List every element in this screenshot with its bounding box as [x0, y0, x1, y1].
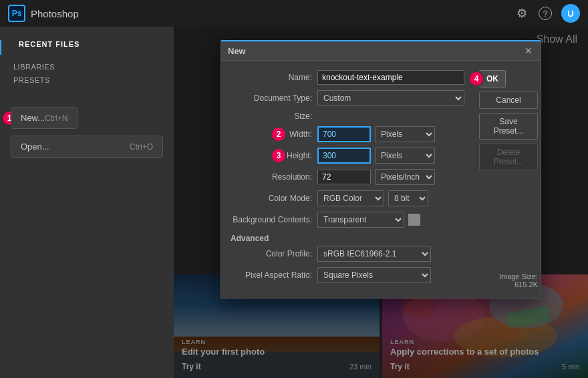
save-preset-button[interactable]: Save Preset...	[479, 113, 538, 140]
new-shortcut: Ctrl+N	[45, 114, 67, 123]
pixel-aspect-label: Pixel Aspect Ratio:	[231, 270, 317, 280]
settings-icon[interactable]: ⚙	[514, 6, 529, 21]
recent-files-heading: RECENT FILES	[0, 40, 174, 55]
color-profile-label: Color Profile:	[231, 249, 317, 258]
help-icon[interactable]: ?	[539, 7, 552, 20]
cancel-button[interactable]: Cancel	[479, 91, 538, 109]
document-type-select[interactable]: Custom	[317, 90, 464, 106]
resolution-unit-select[interactable]: Pixels/Inch	[375, 169, 435, 185]
height-unit-select[interactable]: Pixels	[375, 148, 435, 164]
close-button[interactable]: ✕	[523, 45, 534, 56]
size-label: Size:	[231, 112, 317, 121]
avatar[interactable]: U	[561, 4, 580, 23]
document-type-row: Document Type: Custom	[231, 90, 464, 106]
bit-depth-select[interactable]: 8 bit	[388, 190, 428, 206]
color-profile-row: Color Profile: sRGB IEC61966-2.1	[231, 246, 464, 262]
width-unit-select[interactable]: Pixels	[375, 126, 435, 142]
image-size-label: Image Size:	[479, 272, 538, 280]
dialog-actions: 4 OK Cancel Save Preset... Delete Preset…	[474, 70, 547, 289]
color-mode-label: Color Mode:	[231, 194, 317, 203]
document-type-label: Document Type:	[231, 93, 317, 103]
dialog-title: New	[228, 46, 246, 56]
image-size-value: 615.2K	[479, 280, 538, 289]
new-label: New...	[21, 113, 45, 123]
badge-2: 2	[271, 126, 287, 142]
topbar-icons: ⚙ ? U	[514, 4, 580, 23]
color-profile-select[interactable]: sRGB IEC61966-2.1	[317, 246, 431, 262]
ps-logo: Ps	[8, 5, 25, 22]
height-row: 3 Height: Pixels	[231, 148, 464, 164]
image-size-info: Image Size: 615.2K	[479, 266, 538, 289]
badge-3: 3	[271, 148, 287, 164]
sidebar-item-presets[interactable]: PRESETS	[0, 73, 174, 87]
content-area: Show All	[174, 27, 588, 378]
topbar: Ps Photoshop ⚙ ? U	[0, 0, 588, 27]
bg-color-swatch[interactable]	[408, 214, 420, 226]
resolution-label: Resolution:	[231, 172, 317, 182]
bg-contents-label: Background Contents:	[231, 215, 317, 224]
dialog-overlay: New ✕ Name: Document Type:	[174, 27, 588, 378]
width-row: 2 Width: Pixels	[231, 126, 464, 142]
dialog-body: Name: Document Type: Custom Siz	[221, 61, 541, 298]
badge-4: 4	[468, 71, 484, 87]
height-input[interactable]	[317, 148, 371, 164]
advanced-label: Advanced	[231, 234, 269, 243]
delete-preset-button: Delete Preset...	[479, 144, 538, 170]
pixel-aspect-row: Pixel Aspect Ratio: Square Pixels	[231, 267, 464, 283]
color-mode-row: Color Mode: RGB Color 8 bit	[231, 190, 464, 206]
bg-contents-select[interactable]: Transparent	[317, 212, 404, 228]
dialog-titlebar: New ✕	[221, 41, 541, 61]
new-button[interactable]: New... Ctrl+N	[11, 107, 78, 129]
sidebar-buttons: 1 New... Ctrl+N Open... Ctrl+O	[0, 107, 174, 158]
resolution-row: Resolution: Pixels/Inch	[231, 169, 464, 185]
size-row: Size:	[231, 112, 464, 121]
main-area: RECENT FILES LIBRARIES PRESETS 1 New... …	[0, 27, 588, 378]
sidebar-item-libraries[interactable]: LIBRARIES	[0, 60, 174, 73]
resolution-input[interactable]	[317, 170, 371, 184]
pixel-aspect-select[interactable]: Square Pixels	[317, 267, 431, 283]
advanced-section: Advanced	[231, 233, 464, 243]
new-document-dialog: New ✕ Name: Document Type:	[220, 40, 541, 299]
dialog-form: Name: Document Type: Custom Siz	[221, 70, 474, 289]
color-mode-select[interactable]: RGB Color	[317, 190, 384, 206]
name-label: Name:	[231, 73, 317, 82]
open-button[interactable]: Open... Ctrl+O	[11, 136, 163, 158]
app-title: Photoshop	[31, 8, 509, 19]
width-input[interactable]	[317, 126, 371, 142]
bg-contents-row: Background Contents: Transparent	[231, 212, 464, 228]
name-row: Name:	[231, 70, 464, 85]
name-input[interactable]	[317, 70, 464, 85]
sidebar: RECENT FILES LIBRARIES PRESETS 1 New... …	[0, 27, 174, 378]
open-shortcut: Ctrl+O	[130, 142, 153, 152]
open-label: Open...	[21, 142, 49, 152]
